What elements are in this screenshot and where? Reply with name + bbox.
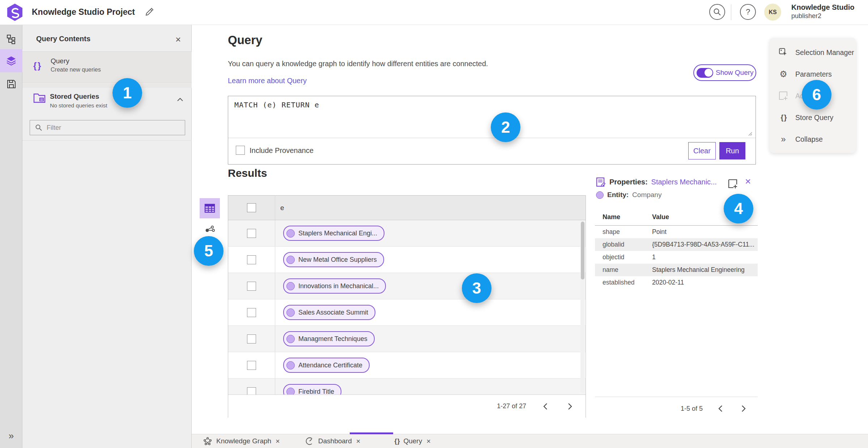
gear-icon: ⚙ — [778, 69, 788, 79]
property-name: globalid — [595, 241, 652, 248]
collapse-menu-button[interactable]: » Collapse — [770, 128, 856, 150]
table-row[interactable]: Sales Associate Summit — [228, 299, 586, 326]
show-query-toggle[interactable]: Show Query — [693, 64, 756, 81]
help-icon: ? — [746, 7, 750, 17]
entity-dot-icon — [286, 229, 295, 238]
property-row[interactable]: objectid 1 — [595, 251, 758, 264]
entity-pill[interactable]: Sales Associate Summit — [283, 305, 375, 320]
avatar[interactable]: KS — [764, 4, 781, 21]
tab-dashboard[interactable]: Dashboard × — [296, 434, 370, 448]
previous-page-button[interactable] — [715, 403, 726, 414]
tab-knowledge-graph[interactable]: Knowledge Graph × — [194, 434, 289, 448]
scrollbar[interactable] — [580, 221, 585, 393]
entity-dot-icon — [286, 256, 295, 264]
property-row[interactable]: name Staplers Mechanical Engineering — [595, 264, 758, 276]
expand-rail-button[interactable]: » — [0, 427, 22, 445]
close-tab-button[interactable]: × — [426, 437, 431, 445]
entity-pill[interactable]: Attendance Certificate — [283, 358, 370, 373]
pagination-range: 1-27 of 27 — [497, 402, 526, 410]
row-checkbox[interactable] — [247, 361, 256, 370]
panel-divider — [22, 140, 192, 141]
results-table: e Staplers Mechanical Engi... New Metal … — [228, 195, 586, 418]
rail-contents-button[interactable] — [0, 49, 22, 72]
table-row[interactable]: Innovations in Mechanical... — [228, 273, 586, 299]
store-query-button[interactable]: { } Store Query — [770, 107, 856, 128]
filter-field[interactable] — [30, 120, 185, 135]
header-divider — [731, 4, 731, 20]
entity-pill[interactable]: Firebird Title — [283, 384, 341, 394]
entity-label: Staplers Mechanical Engi... — [298, 230, 377, 237]
editor-divider — [228, 138, 756, 138]
table-row[interactable]: Managment Techniques — [228, 326, 586, 352]
close-panel-button[interactable]: × — [175, 34, 181, 45]
run-button[interactable]: Run — [719, 142, 745, 159]
close-properties-button[interactable]: × — [745, 176, 751, 187]
row-checkbox[interactable] — [247, 387, 256, 395]
tab-query-active[interactable]: { } Query × — [385, 434, 440, 448]
row-checkbox[interactable] — [247, 308, 256, 317]
row-checkbox[interactable] — [247, 282, 256, 291]
table-row[interactable]: New Metal Office Suppliers — [228, 247, 586, 273]
add-to-new-icon — [728, 179, 738, 189]
property-row[interactable]: established 2020-02-11 — [595, 276, 758, 289]
learn-more-link[interactable]: Learn more about Query — [228, 77, 307, 85]
scrollbar-thumb[interactable] — [581, 222, 584, 280]
link-chart-view-button[interactable] — [203, 223, 217, 237]
user-role: publisher2 — [791, 12, 821, 20]
select-all-checkbox[interactable] — [247, 203, 256, 212]
chevron-left-icon — [543, 403, 548, 410]
filter-input[interactable] — [46, 124, 170, 132]
results-table-body: Staplers Mechanical Engi... New Metal Of… — [228, 220, 586, 394]
table-row[interactable]: Attendance Certificate — [228, 352, 586, 379]
query-item-subtitle: Create new queries — [51, 67, 101, 73]
query-item[interactable] — [22, 52, 192, 83]
entity-pill[interactable]: Staplers Mechanical Engi... — [283, 226, 384, 241]
annotation-6: 6 — [802, 80, 831, 110]
menu-item-label: Store Query — [795, 114, 833, 122]
results-title: Results — [228, 167, 267, 179]
braces-icon: { } — [778, 114, 788, 122]
property-row[interactable]: globalid {5D9B4713-F98D-4A53-A59F-C11... — [595, 238, 758, 251]
entity-label: Managment Techniques — [298, 335, 367, 343]
resize-grip-icon[interactable] — [747, 131, 752, 136]
properties-entity-link[interactable]: Staplers Mechanic... — [651, 178, 717, 186]
show-query-label: Show Query — [716, 69, 754, 77]
pagination-range: 1-5 of 5 — [681, 405, 703, 413]
query-section-title: Query — [228, 33, 262, 47]
collapse-section-button[interactable] — [177, 98, 183, 102]
close-tab-button[interactable]: × — [356, 437, 361, 445]
edit-title-button[interactable] — [144, 7, 155, 18]
rail-save-button[interactable] — [0, 72, 22, 95]
property-row[interactable]: shape Point — [595, 226, 758, 238]
row-checkbox[interactable] — [247, 334, 256, 344]
entity-pill[interactable]: New Metal Office Suppliers — [283, 252, 384, 267]
table-row[interactable]: Firebird Title — [228, 379, 586, 394]
row-checkbox[interactable] — [247, 229, 256, 238]
next-page-button[interactable] — [565, 401, 575, 412]
selection-manager-button[interactable]: Selection Manager — [770, 42, 856, 63]
row-checkbox[interactable] — [247, 255, 256, 264]
entity-label: Firebird Title — [298, 388, 334, 395]
stored-queries-folder-icon — [33, 92, 46, 103]
help-button[interactable]: ? — [740, 4, 756, 20]
query-editor-textarea[interactable]: MATCH (e) RETURN e — [234, 101, 319, 109]
panel-section-gap — [22, 83, 192, 88]
double-chevron-icon: » — [778, 134, 788, 144]
table-row[interactable]: Staplers Mechanical Engi... — [228, 220, 586, 247]
annotation-3: 3 — [462, 273, 492, 303]
include-provenance-checkbox[interactable] — [236, 146, 245, 155]
dashboard-gauge-icon — [305, 437, 314, 445]
entity-pill[interactable]: Innovations in Mechanical... — [283, 278, 386, 294]
add-to-selection-button[interactable] — [728, 179, 738, 189]
entity-pill[interactable]: Managment Techniques — [283, 331, 375, 346]
table-view-button[interactable] — [200, 198, 220, 218]
project-title: Knowledge Studio Project — [32, 7, 135, 17]
next-page-button[interactable] — [738, 403, 749, 414]
close-tab-button[interactable]: × — [276, 437, 280, 445]
query-item-title: Query — [51, 57, 69, 65]
previous-page-button[interactable] — [540, 401, 551, 412]
rail-schema-button[interactable] — [0, 27, 22, 51]
clear-button[interactable]: Clear — [688, 142, 716, 159]
braces-icon: { } — [33, 61, 40, 71]
search-button[interactable] — [709, 4, 725, 20]
